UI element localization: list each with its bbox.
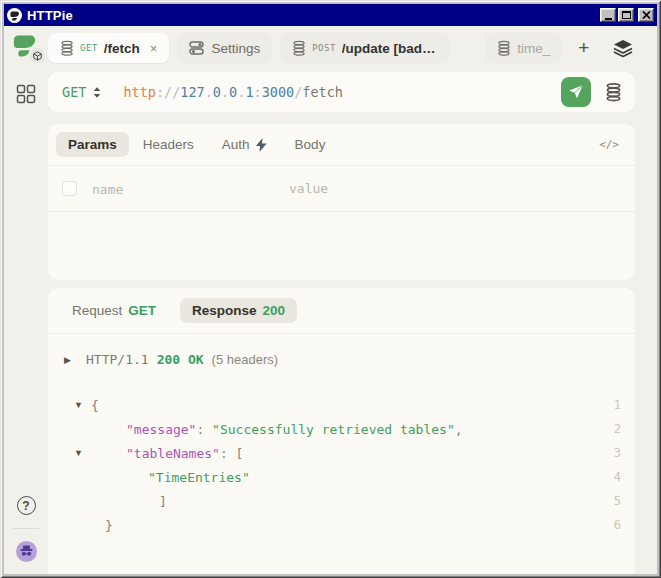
- tab-params[interactable]: Params: [56, 132, 129, 157]
- status-line[interactable]: ▶ HTTP/1.1 200 OK (5 headers): [48, 352, 635, 367]
- tab-label: /update [bad requ...: [342, 41, 438, 56]
- request-editor-card: Params Headers Auth Body </> name value: [48, 124, 635, 280]
- tab-fetch[interactable]: GET /fetch ×: [48, 33, 169, 63]
- status-code-badge: 200: [263, 303, 286, 318]
- code-line: "message": "Successfully retrieved table…: [48, 417, 635, 441]
- chevron-up-down-icon: [93, 87, 101, 98]
- paper-plane-icon: [568, 84, 584, 100]
- line-number: 5: [614, 494, 621, 508]
- code-line-text: ]: [91, 494, 167, 509]
- line-number: 2: [614, 422, 621, 436]
- settings-sliders-icon: [189, 40, 205, 56]
- tab-stack-icon[interactable]: [611, 39, 635, 58]
- code-line: ▼{1: [48, 393, 635, 417]
- tab-label: Settings: [211, 41, 260, 56]
- tab-bar: GET /fetch × Settings POST /update [bad …: [48, 33, 635, 63]
- tab-method-badge: POST: [312, 43, 336, 53]
- protocol: HTTP/1.1: [86, 352, 149, 367]
- code-line: "TimeEntries"4: [48, 465, 635, 489]
- sidebar: ?: [4, 26, 48, 574]
- httpie-app: ? GET /fetch × Settings: [4, 26, 657, 574]
- code-view-icon[interactable]: </>: [599, 138, 619, 151]
- app-window: HTTPie ?: [0, 0, 661, 578]
- response-tabs: Request GET Response 200: [48, 288, 635, 334]
- help-icon[interactable]: ?: [17, 496, 36, 515]
- window-logo-icon: [7, 8, 22, 23]
- tab-time[interactable]: time_: [485, 33, 562, 63]
- main-area: GET /fetch × Settings POST /update [bad …: [48, 26, 657, 574]
- code-line-text: "message": "Successfully retrieved table…: [91, 422, 463, 437]
- param-row: name value: [48, 166, 635, 212]
- request-options-icon[interactable]: [605, 82, 622, 102]
- database-icon: [497, 40, 511, 56]
- code-line-text: "TimeEntries": [91, 470, 250, 485]
- code-line: ]5: [48, 489, 635, 513]
- code-line: }6: [48, 513, 635, 537]
- tab-auth[interactable]: Auth: [210, 132, 279, 157]
- code-line-text: "tableNames": [: [91, 446, 243, 461]
- database-icon: [60, 40, 74, 56]
- response-body: ▼{1"message": "Successfully retrieved ta…: [48, 393, 635, 537]
- tab-request[interactable]: Request GET: [60, 298, 168, 323]
- response-card: Request GET Response 200 ▶ HTTP/1.1 200 …: [48, 288, 635, 574]
- code-line: ▼"tableNames": [3: [48, 441, 635, 465]
- url-bar: GET http://127.0.0.1:3000/fetch: [48, 72, 635, 112]
- close-button[interactable]: [638, 8, 654, 22]
- param-checkbox[interactable]: [62, 181, 77, 196]
- headers-count: (5 headers): [212, 352, 278, 367]
- database-icon: [292, 40, 306, 56]
- status-text: 200 OK: [157, 352, 204, 367]
- expand-headers-icon[interactable]: ▶: [64, 355, 78, 365]
- request-editor-tabs: Params Headers Auth Body </>: [48, 124, 635, 166]
- sidebar-divider: [13, 528, 39, 529]
- tab-settings[interactable]: Settings: [177, 33, 272, 63]
- httpie-logo: [11, 32, 41, 60]
- line-number: 6: [614, 518, 621, 532]
- param-name-input[interactable]: name: [92, 182, 123, 197]
- tab-response[interactable]: Response 200: [180, 298, 297, 323]
- lightning-bolt-icon: [256, 138, 267, 152]
- window-title: HTTPie: [27, 8, 73, 23]
- line-number: 3: [614, 446, 621, 460]
- tab-method-badge: GET: [80, 43, 98, 53]
- code-line-text: }: [91, 518, 113, 533]
- package-badge-icon[interactable]: [30, 48, 45, 63]
- url-input[interactable]: http://127.0.0.1:3000/fetch: [123, 84, 343, 100]
- tab-update[interactable]: POST /update [bad requ...: [280, 33, 450, 63]
- line-number: 4: [614, 470, 621, 484]
- tab-label: time_: [517, 41, 550, 56]
- minimize-button[interactable]: [600, 8, 616, 22]
- new-tab-button[interactable]: +: [572, 37, 595, 59]
- code-line-text: {: [91, 398, 99, 413]
- maximize-button[interactable]: [618, 8, 634, 22]
- fold-toggle-icon[interactable]: ▼: [74, 400, 91, 410]
- user-avatar[interactable]: [16, 541, 37, 562]
- request-method-badge: GET: [128, 303, 156, 318]
- fold-toggle-icon[interactable]: ▼: [74, 448, 91, 458]
- tab-close-icon[interactable]: ×: [150, 41, 158, 56]
- method-select[interactable]: GET: [62, 84, 101, 100]
- param-value-input[interactable]: value: [289, 181, 328, 196]
- tab-body[interactable]: Body: [283, 132, 338, 157]
- apps-grid-icon[interactable]: [16, 84, 36, 104]
- url-card: GET http://127.0.0.1:3000/fetch: [48, 72, 635, 112]
- tab-headers[interactable]: Headers: [131, 132, 206, 157]
- send-button[interactable]: [561, 77, 591, 107]
- line-number: 1: [614, 398, 621, 412]
- tab-label: /fetch: [104, 41, 140, 56]
- titlebar: HTTPie: [4, 4, 657, 26]
- method-value: GET: [62, 84, 86, 100]
